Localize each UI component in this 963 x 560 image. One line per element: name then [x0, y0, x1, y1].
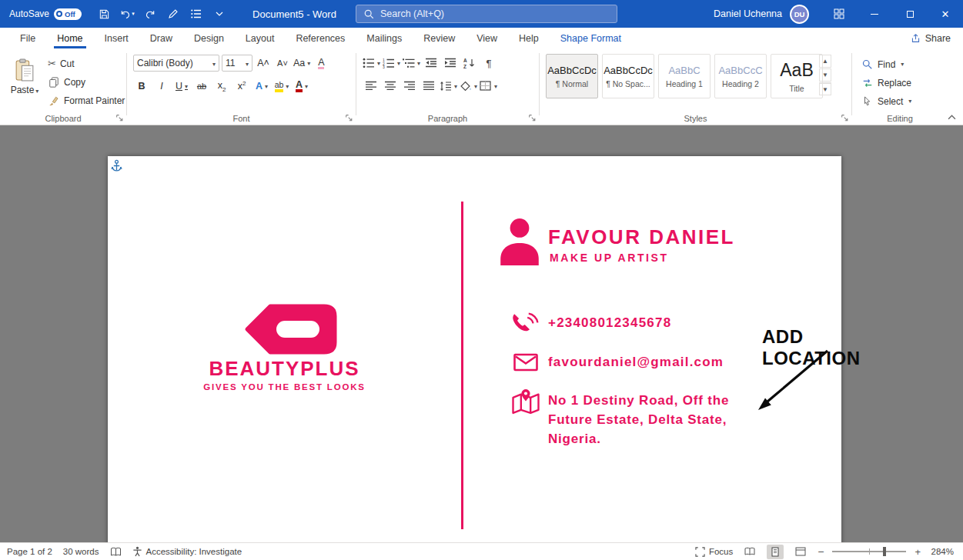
cut-button[interactable]: ✂Cut [45, 55, 128, 72]
line-spacing-button[interactable] [440, 78, 457, 95]
zoom-in-button[interactable]: + [915, 546, 921, 558]
style-normal[interactable]: AaBbCcDc¶ Normal [546, 54, 598, 98]
card-address[interactable]: No 1 Destiny Road, Off the Future Estate… [548, 391, 729, 448]
tab-review[interactable]: Review [413, 28, 466, 48]
tab-references[interactable]: References [285, 28, 356, 48]
tab-view[interactable]: View [466, 28, 508, 48]
brand-logo-icon[interactable] [244, 303, 338, 355]
document-page[interactable]: FAVOUR DANIEL MAKE UP ARTIST +2340801234… [108, 156, 841, 542]
font-name-select[interactable]: Calibri (Body) [133, 55, 219, 72]
search-box[interactable]: Search (Alt+Q) [356, 5, 617, 23]
accessibility-checker[interactable]: Accessibility: Investigate [132, 546, 242, 557]
ribbon-display-options-button[interactable] [821, 0, 857, 28]
maximize-button[interactable] [892, 0, 928, 28]
sort-button[interactable]: AZ [461, 55, 478, 72]
tab-design[interactable]: Design [183, 28, 235, 48]
gallery-more-button[interactable]: ▼ [819, 82, 831, 95]
clear-formatting-button[interactable]: A [313, 55, 329, 72]
show-marks-button[interactable]: ¶ [480, 55, 497, 72]
highlight-color-button[interactable]: ab [273, 78, 290, 95]
avatar[interactable]: DU [790, 5, 809, 24]
borders-button[interactable] [480, 78, 497, 95]
annotation-arrow-icon[interactable] [751, 345, 835, 418]
brand-tagline[interactable]: GIVES YOU THE BEST LOOKS [108, 382, 461, 392]
multilevel-list-button[interactable] [403, 55, 420, 72]
dialog-launcher-icon[interactable] [528, 114, 537, 122]
numbering-button[interactable]: 123 [383, 55, 400, 72]
font-color-button[interactable]: A [293, 78, 310, 95]
underline-button[interactable]: U [173, 78, 190, 95]
style-title[interactable]: AaBTitle [771, 54, 823, 98]
list-button[interactable] [186, 4, 206, 24]
close-button[interactable]: ✕ [928, 0, 963, 28]
zoom-out-button[interactable]: − [818, 545, 824, 558]
brand-name[interactable]: BEAUTYPLUS [108, 357, 461, 381]
phone-icon[interactable] [511, 312, 539, 338]
tab-draw[interactable]: Draw [139, 28, 183, 48]
tab-help[interactable]: Help [508, 28, 550, 48]
email-icon[interactable] [513, 353, 538, 372]
zoom-level[interactable]: 284% [929, 547, 954, 556]
tab-file[interactable]: File [9, 28, 46, 48]
superscript-button[interactable]: x2 [233, 78, 250, 95]
undo-button[interactable]: ▾ [117, 4, 137, 24]
card-divider-line[interactable] [461, 202, 463, 529]
style-no-spacing[interactable]: AaBbCcDc¶ No Spac... [602, 54, 654, 98]
person-icon[interactable] [499, 218, 540, 267]
tab-mailings[interactable]: Mailings [356, 28, 413, 48]
shading-button[interactable] [460, 78, 477, 95]
read-mode-button[interactable] [741, 545, 758, 559]
gallery-up-button[interactable]: ▲ [819, 55, 831, 68]
card-name[interactable]: FAVOUR DANIEL [548, 225, 735, 249]
card-phone[interactable]: +23408012345678 [548, 315, 671, 331]
tab-home[interactable]: Home [46, 28, 93, 48]
font-size-select[interactable]: 11 [222, 55, 252, 72]
card-role[interactable]: MAKE UP ARTIST [550, 252, 669, 264]
print-layout-button[interactable] [767, 545, 784, 559]
share-button[interactable]: Share [911, 28, 951, 48]
proofing-icon[interactable] [110, 547, 122, 557]
customize-toolbar-button[interactable] [209, 4, 229, 24]
dialog-launcher-icon[interactable] [345, 114, 353, 122]
zoom-slider-thumb[interactable] [883, 547, 886, 556]
map-pin-icon[interactable] [511, 389, 540, 415]
change-case-button[interactable]: Aa [293, 55, 310, 72]
justify-button[interactable] [420, 78, 437, 95]
text-effects-button[interactable]: A [253, 78, 270, 95]
find-button[interactable]: Find [858, 55, 907, 73]
grow-font-button[interactable]: A˄ [255, 55, 272, 72]
card-email[interactable]: favourdaniel@gmail.com [548, 355, 724, 370]
select-button[interactable]: Select [858, 92, 915, 110]
strikethrough-button[interactable]: ab [193, 78, 210, 95]
align-center-button[interactable] [382, 78, 399, 95]
paste-button[interactable]: Paste [6, 54, 43, 120]
redo-button[interactable] [140, 4, 160, 24]
minimize-button[interactable] [857, 0, 892, 28]
subscript-button[interactable]: x2 [213, 78, 230, 95]
shrink-font-button[interactable]: A˅ [274, 55, 291, 72]
align-right-button[interactable] [401, 78, 418, 95]
gallery-down-button[interactable]: ▼ [819, 68, 831, 82]
tab-insert[interactable]: Insert [94, 28, 139, 48]
style-heading-1[interactable]: AaBbCHeading 1 [658, 54, 711, 98]
bold-button[interactable]: B [133, 78, 150, 95]
align-left-button[interactable] [363, 78, 380, 95]
style-heading-2[interactable]: AaBbCcCHeading 2 [714, 54, 767, 98]
zoom-slider[interactable] [832, 551, 906, 552]
save-button[interactable] [94, 4, 114, 24]
increase-indent-button[interactable] [442, 55, 459, 72]
word-count[interactable]: 30 words [63, 547, 99, 556]
tab-layout[interactable]: Layout [235, 28, 286, 48]
decrease-indent-button[interactable] [423, 55, 440, 72]
italic-button[interactable]: I [153, 78, 170, 95]
dialog-launcher-icon[interactable] [115, 114, 124, 122]
web-layout-button[interactable] [792, 545, 809, 559]
tab-shape-format[interactable]: Shape Format [550, 28, 632, 48]
replace-button[interactable]: Replace [858, 74, 915, 92]
bullets-button[interactable] [363, 55, 380, 72]
copy-button[interactable]: Copy [45, 73, 128, 91]
format-painter-button[interactable]: Format Painter [45, 92, 128, 109]
autosave-toggle[interactable]: AutoSave Off [9, 8, 82, 20]
focus-button[interactable]: Focus [695, 547, 733, 557]
collapse-ribbon-button[interactable] [948, 113, 956, 122]
